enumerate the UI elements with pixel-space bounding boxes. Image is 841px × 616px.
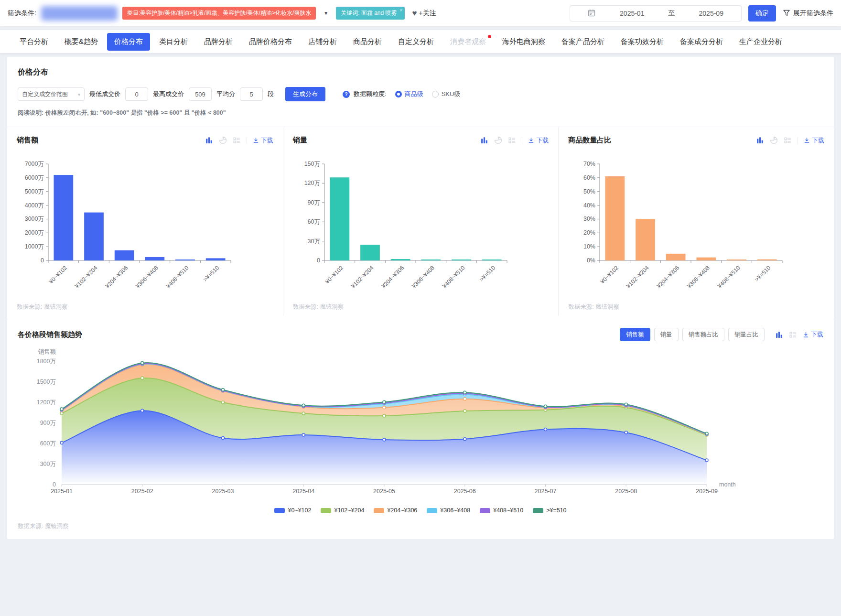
keyword-filter-tag[interactable]: 关键词: 面霜 and 喷雾 × — [336, 7, 404, 20]
tab-海外电商洞察[interactable]: 海外电商洞察 — [495, 33, 552, 51]
list-view-icon[interactable] — [784, 136, 792, 144]
data-point-¥0~¥102[interactable] — [383, 438, 386, 441]
bar-chart-icon[interactable] — [775, 331, 783, 339]
tab-备案功效分析[interactable]: 备案功效分析 — [614, 33, 671, 51]
bar->¥=510[interactable] — [482, 259, 501, 260]
data-point->¥=510[interactable] — [141, 362, 144, 365]
chevron-down-icon[interactable]: ▼ — [321, 9, 331, 18]
pie-chart-icon[interactable] — [494, 136, 502, 144]
data-point-¥0~¥102[interactable] — [60, 442, 63, 444]
trend-toggle-销售额[interactable]: 销售额 — [620, 328, 650, 341]
data-point->¥=510[interactable] — [544, 405, 547, 408]
question-circle-icon[interactable]: ? — [343, 91, 350, 98]
bar-¥102~¥204[interactable] — [636, 219, 655, 260]
generate-distribution-button[interactable]: 生成分布 — [285, 87, 325, 101]
bar-¥0~¥102[interactable] — [330, 177, 349, 260]
svg-text:¥0~¥102: ¥0~¥102 — [323, 264, 345, 285]
data-point-¥102~¥204[interactable] — [222, 401, 225, 404]
tab-自定义分析[interactable]: 自定义分析 — [391, 33, 441, 51]
data-point-¥0~¥102[interactable] — [222, 437, 225, 440]
legend-item-¥102~¥204[interactable]: ¥102~¥204 — [321, 507, 364, 514]
data-point->¥=510[interactable] — [302, 404, 305, 407]
data-point->¥=510[interactable] — [625, 403, 627, 406]
legend-item-¥0~¥102[interactable]: ¥0~¥102 — [274, 507, 311, 514]
legend-item-¥204~¥306[interactable]: ¥204~¥306 — [374, 507, 417, 514]
data-point->¥=510[interactable] — [222, 388, 225, 391]
tab-平台分析[interactable]: 平台分析 — [12, 33, 55, 51]
bar-¥306~¥408[interactable] — [145, 257, 164, 260]
tab-概要&趋势[interactable]: 概要&趋势 — [57, 33, 105, 51]
granularity-radio-sku[interactable]: SKU级 — [432, 90, 461, 98]
list-view-icon[interactable] — [508, 136, 516, 144]
granularity-radio-product[interactable]: 商品级 — [395, 90, 423, 98]
min-price-input[interactable] — [125, 87, 148, 101]
tab-价格分布[interactable]: 价格分布 — [107, 33, 150, 51]
legend-item-¥306~¥408[interactable]: ¥306~¥408 — [427, 507, 470, 514]
bar->¥=510[interactable] — [206, 258, 226, 260]
list-view-icon[interactable] — [233, 136, 241, 144]
expand-filters-button[interactable]: 展开筛选条件 — [783, 9, 833, 18]
data-point-¥102~¥204[interactable] — [464, 410, 466, 412]
data-point->¥=510[interactable] — [383, 400, 386, 403]
download-button[interactable]: 下载 — [803, 330, 823, 339]
tab-类目分析[interactable]: 类目分析 — [152, 33, 195, 51]
list-view-icon[interactable] — [789, 331, 797, 339]
data-point-¥0~¥102[interactable] — [705, 459, 708, 462]
data-point-¥102~¥204[interactable] — [302, 412, 305, 415]
download-button[interactable]: 下载 — [804, 136, 824, 145]
trend-toggle-销量占比[interactable]: 销量占比 — [728, 328, 765, 341]
tab-店铺分析[interactable]: 店铺分析 — [301, 33, 344, 51]
trend-toggle-销量[interactable]: 销量 — [654, 328, 679, 341]
tab-品牌价格分布[interactable]: 品牌价格分布 — [242, 33, 299, 51]
data-point-¥0~¥102[interactable] — [141, 409, 144, 412]
tab-备案产品分析[interactable]: 备案产品分析 — [554, 33, 612, 51]
close-icon[interactable]: × — [399, 7, 402, 13]
bar-¥204~¥306[interactable] — [115, 250, 134, 260]
trend-toggle-销售额占比[interactable]: 销售额占比 — [682, 328, 725, 341]
bar-chart-icon[interactable] — [480, 136, 488, 144]
split-count-input[interactable] — [240, 87, 263, 101]
data-point-¥0~¥102[interactable] — [544, 428, 547, 431]
data-point-¥204~¥306[interactable] — [464, 398, 466, 400]
download-button[interactable]: 下载 — [528, 136, 549, 145]
data-point-¥204~¥306[interactable] — [383, 406, 386, 409]
bar-¥204~¥306[interactable] — [666, 254, 686, 260]
bar-¥102~¥204[interactable] — [84, 213, 104, 260]
bar-¥408~¥510[interactable] — [452, 259, 471, 260]
tab-备案成分分析[interactable]: 备案成分分析 — [673, 33, 730, 51]
tab-生产企业分析[interactable]: 生产企业分析 — [732, 33, 789, 51]
data-point-¥0~¥102[interactable] — [464, 438, 466, 441]
data-point-¥102~¥204[interactable] — [383, 414, 386, 417]
date-range-picker[interactable]: 2025-01 至 2025-09 — [570, 5, 742, 22]
bar-¥0~¥102[interactable] — [54, 175, 73, 260]
bar->¥=510[interactable] — [757, 259, 777, 260]
data-point-¥0~¥102[interactable] — [302, 433, 305, 436]
pie-chart-icon[interactable] — [770, 136, 778, 144]
download-button[interactable]: 下载 — [253, 136, 273, 145]
pie-chart-icon[interactable] — [219, 136, 227, 144]
bar-¥306~¥408[interactable] — [421, 259, 441, 260]
bar-¥306~¥408[interactable] — [697, 258, 716, 260]
bar-¥204~¥306[interactable] — [390, 259, 410, 260]
max-price-input[interactable] — [189, 87, 212, 101]
tab-商品分析[interactable]: 商品分析 — [346, 33, 389, 51]
price-range-select[interactable]: 自定义成交价范围 ▾ — [18, 87, 85, 101]
data-point-¥102~¥204[interactable] — [141, 377, 144, 379]
data-point->¥=510[interactable] — [60, 408, 63, 411]
follow-button[interactable]: ♥ +关注 — [412, 9, 436, 18]
legend-item->¥=510[interactable]: >¥=510 — [533, 507, 566, 514]
bar-¥102~¥204[interactable] — [360, 245, 380, 260]
tab-品牌分析[interactable]: 品牌分析 — [197, 33, 240, 51]
bar-chart-icon[interactable] — [205, 136, 213, 144]
bar-¥0~¥102[interactable] — [605, 176, 625, 260]
category-filter-tag[interactable]: 类目:美容护肤/美体/精油>乳液/面霜、美容护肤/美体/精油>化妆水/爽肤水 — [122, 7, 316, 20]
bar-chart-icon[interactable] — [756, 136, 764, 144]
data-point->¥=510[interactable] — [464, 391, 466, 394]
download-icon — [804, 137, 810, 143]
legend-item-¥408~¥510[interactable]: ¥408~¥510 — [480, 507, 523, 514]
data-point->¥=510[interactable] — [705, 432, 708, 435]
bar-¥408~¥510[interactable] — [727, 259, 746, 260]
bar-¥408~¥510[interactable] — [175, 259, 195, 260]
confirm-button[interactable]: 确定 — [748, 5, 776, 22]
data-point-¥0~¥102[interactable] — [625, 431, 627, 434]
